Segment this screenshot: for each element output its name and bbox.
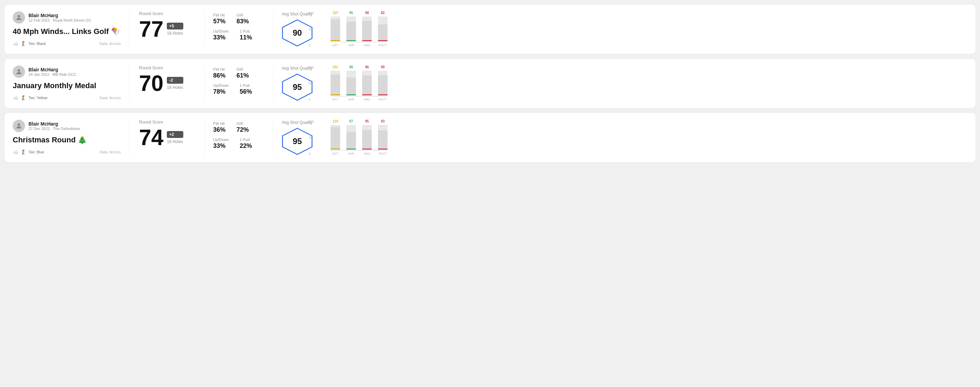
stats-section: FW Hit 36% GIR 72% Up/Down 33% 1 Putt: [205, 120, 274, 155]
left-section: Blair McHarg 27 Dec 2021 · The Oxfordshi…: [13, 120, 129, 155]
x-label-ott: OTT: [331, 152, 340, 155]
round-card: Blair McHarg 29 Jan 2022 · Mill Ride GCC…: [4, 58, 976, 108]
player-info: Blair McHarg 12 Feb 2022 · Royal North D…: [29, 13, 91, 22]
player-name: Blair McHarg: [29, 13, 91, 18]
player-info: Blair McHarg 29 Jan 2022 · Mill Ride GCC: [29, 67, 76, 76]
player-row: Blair McHarg 29 Jan 2022 · Mill Ride GCC: [13, 65, 121, 78]
score-badge: +5: [167, 23, 183, 30]
fw-hit-value: 36%: [213, 126, 226, 133]
quality-label: Avg Shot Quality: [282, 66, 312, 71]
bar-value-app: 86: [349, 65, 353, 69]
fw-hit-value: 86%: [213, 72, 226, 79]
quality-left: Avg Shot Quality 90: [282, 12, 313, 47]
quality-section: Avg Shot Quality 95 100 50 0 101: [274, 65, 967, 101]
one-putt-value: 56%: [240, 88, 252, 95]
score-section: Round Score 77 +5 18 Holes: [129, 11, 205, 47]
bar-value-arg: 95: [365, 119, 369, 123]
x-label-ott: OTT: [331, 44, 340, 47]
data-source: Data: Arccos: [100, 150, 121, 154]
svg-point-0: [18, 15, 20, 17]
score-section: Round Score 70 -2 18 Holes: [129, 65, 205, 101]
stat-fw-hit: FW Hit 57%: [213, 13, 226, 25]
bar-value-ott: 110: [332, 119, 339, 123]
y-axis: 100 50 0: [309, 65, 314, 101]
chart-wrapper: 100 50 0 110 87: [320, 120, 388, 155]
bar-col-app: 86: [346, 71, 356, 95]
x-labels: OTTAPPARGPUTT: [331, 152, 388, 155]
bar-bg-ott: [331, 71, 340, 95]
bar-value-arg: 96: [365, 65, 369, 69]
x-label-putt: PUTT: [378, 44, 388, 47]
svg-text:90: 90: [293, 28, 302, 37]
stat-group-top: FW Hit 57% GIR 83%: [213, 13, 265, 25]
stat-group-bottom: Up/Down 33% 1 Putt 22%: [213, 138, 265, 149]
flag-icon: 🏌️: [21, 41, 26, 46]
stats-section: FW Hit 57% GIR 83% Up/Down 33% 1 Putt: [205, 11, 274, 47]
stat-gir: GIR 72%: [237, 121, 249, 133]
stat-group-bottom: Up/Down 33% 1 Putt 11%: [213, 29, 265, 41]
round-title: 40 Mph Winds... Links Golf 🪁: [13, 27, 121, 36]
bar-value-app: 87: [349, 119, 353, 123]
hexagon-container: 95: [282, 73, 313, 101]
flag-icon: 🏌️: [21, 95, 26, 100]
player-date-course: 27 Dec 2021 · The Oxfordshire: [29, 127, 80, 131]
quality-label: Avg Shot Quality: [282, 120, 312, 125]
quality-label: Avg Shot Quality: [282, 12, 312, 16]
bar-bg-app: [346, 125, 356, 149]
round-score-label: Round Score: [139, 65, 195, 70]
x-label-app: APP: [346, 152, 356, 155]
fw-hit-label: FW Hit: [213, 13, 226, 17]
hexagon-svg: 95: [282, 73, 313, 101]
bar-bg-ott: [331, 16, 340, 41]
stat-gir: GIR 83%: [237, 13, 249, 25]
bar-bg-putt: [378, 16, 388, 41]
score-value: 70: [139, 72, 163, 94]
bar-bg-arg: [362, 125, 372, 149]
score-row: 77 +5 18 Holes: [139, 18, 195, 40]
score-meta: +5 18 Holes: [167, 23, 183, 36]
round-title: January Monthly Medal: [13, 81, 121, 90]
round-score-label: Round Score: [139, 120, 195, 125]
svg-text:95: 95: [293, 136, 302, 146]
data-source: Data: Arccos: [100, 41, 121, 46]
hexagon-container: 95: [282, 128, 313, 155]
quality-section: Avg Shot Quality 90 100 50 0 107: [274, 11, 967, 47]
stat-updown: Up/Down 33%: [213, 138, 229, 149]
bar-col-putt: 82: [378, 16, 388, 41]
bar-bg-putt: [378, 125, 388, 149]
stat-one-putt: 1 Putt 11%: [240, 29, 252, 41]
fw-hit-label: FW Hit: [213, 67, 226, 71]
x-label-app: APP: [346, 98, 356, 101]
x-label-arg: ARG: [362, 152, 372, 155]
bar-col-app: 87: [346, 125, 356, 149]
bar-col-arg: 98: [362, 16, 372, 41]
gir-label: GIR: [237, 67, 249, 71]
score-row: 70 -2 18 Holes: [139, 72, 195, 94]
bar-bg-arg: [362, 16, 372, 41]
flag-icon: 🏌️: [21, 149, 26, 155]
player-name: Blair McHarg: [29, 121, 80, 127]
holes-label: 18 Holes: [167, 31, 183, 36]
avatar: [13, 11, 25, 24]
score-meta: +2 18 Holes: [167, 131, 183, 144]
tee-label: Tee: Yellow: [29, 96, 48, 100]
stat-one-putt: 1 Putt 56%: [240, 83, 252, 95]
fw-hit-value: 57%: [213, 18, 226, 25]
y-axis: 100 50 0: [309, 120, 314, 155]
x-label-app: APP: [346, 44, 356, 47]
x-labels: OTTAPPARGPUTT: [331, 98, 388, 101]
bottom-row: ☁️ 🏌️ Tee: Blue Data: Arccos: [13, 149, 121, 155]
round-title: Christmas Round 🎄: [13, 135, 121, 144]
updown-value: 33%: [213, 34, 229, 41]
bar-col-ott: 101: [331, 71, 340, 95]
left-section: Blair McHarg 29 Jan 2022 · Mill Ride GCC…: [13, 65, 129, 101]
bar-col-arg: 96: [362, 71, 372, 95]
score-meta: -2 18 Holes: [167, 77, 183, 90]
quality-section: Avg Shot Quality 95 100 50 0 110: [274, 120, 967, 155]
stats-section: FW Hit 86% GIR 61% Up/Down 78% 1 Putt: [205, 65, 274, 101]
bar-bg-app: [346, 71, 356, 95]
stat-group-top: FW Hit 86% GIR 61%: [213, 67, 265, 79]
hexagon-svg: 95: [282, 128, 313, 155]
one-putt-label: 1 Putt: [240, 138, 252, 142]
updown-value: 33%: [213, 143, 229, 149]
